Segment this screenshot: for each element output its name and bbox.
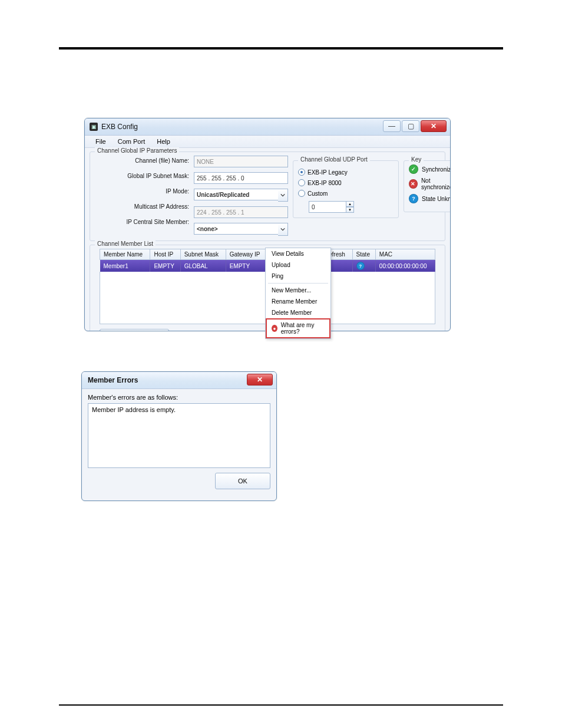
ctx-ping[interactable]: Ping [266, 271, 330, 282]
channel-name-field: NONE [194, 156, 288, 167]
udp-legend: Channel Global UDP Port [298, 156, 370, 163]
cell-host: EMPTY [150, 260, 180, 272]
close-button[interactable]: ✕ [421, 120, 447, 132]
col-gateway[interactable]: Gateway IP [226, 249, 267, 260]
custom-port-spinner[interactable]: 0 ▲▼ [309, 201, 394, 213]
x-icon [409, 179, 418, 189]
context-menu: View Details Upload Ping New Member... R… [265, 248, 331, 339]
label-multicast: Multicast IP Address: [95, 202, 189, 212]
col-host-ip[interactable]: Host IP [150, 249, 180, 260]
errors-subheading: Member's errors are as follows: [88, 394, 270, 401]
dialog-close-button[interactable]: ✕ [247, 374, 273, 386]
global-ip-legend: Channel Global IP Parameters [95, 147, 179, 154]
question-icon [409, 194, 418, 203]
menu-comport[interactable]: Com Port [112, 137, 151, 146]
menu-help[interactable]: Help [151, 137, 176, 146]
window-title: EXB Config [101, 123, 138, 131]
ctx-what-are-my-errors[interactable]: What are my errors? [266, 318, 330, 338]
radio-icon [298, 179, 305, 186]
menubar: File Com Port Help [85, 136, 450, 148]
key-nsync-label: Not synchronized [421, 177, 451, 190]
central-combo[interactable]: <none> [194, 223, 288, 236]
radio-icon [298, 169, 305, 176]
minimize-button[interactable]: — [383, 120, 401, 132]
maximize-button[interactable]: ▢ [402, 120, 419, 132]
member-errors-dialog: Member Errors ✕ Member's errors are as f… [81, 371, 277, 501]
subnet-field[interactable]: 255 . 255 . 255 . 0 [194, 172, 288, 184]
cell-mask: GLOBAL [180, 260, 226, 272]
central-value: <none> [194, 223, 278, 235]
ctx-view-details[interactable]: View Details [266, 248, 330, 259]
col-mac[interactable]: MAC [375, 249, 435, 260]
errors-listbox[interactable]: Member IP address is empty. [88, 403, 270, 468]
cell-mac: 00:00:00:00:00:00 [375, 260, 435, 272]
dialog-titlebar[interactable]: Member Errors ✕ [82, 372, 276, 389]
alert-icon [272, 325, 277, 332]
radio-8000[interactable]: EXB-IP 8000 [298, 177, 394, 188]
app-icon: ▣ [90, 123, 98, 131]
dialog-title: Member Errors [88, 376, 138, 384]
member-list-legend: Channel Member List [95, 241, 156, 247]
spin-down-icon[interactable]: ▼ [346, 207, 354, 213]
chevron-down-icon[interactable] [278, 189, 288, 202]
check-icon [409, 164, 418, 174]
radio-legacy-label: EXB-IP Legacy [308, 169, 348, 176]
chevron-down-icon[interactable] [278, 223, 288, 236]
col-subnet[interactable]: Subnet Mask [180, 249, 226, 260]
question-icon [356, 262, 365, 270]
ipmode-combo[interactable]: Unicast/Replicated [194, 189, 288, 202]
radio-icon [298, 190, 305, 197]
global-ip-group: Channel Global IP Parameters Channel (fi… [90, 151, 445, 241]
key-unk-label: State Unknown [422, 196, 451, 202]
radio-custom[interactable]: Custom [298, 188, 394, 199]
ctx-errors-label: What are my errors? [281, 322, 325, 335]
cell-gw: EMPTY [226, 260, 267, 272]
ctx-rename-member[interactable]: Rename Member [266, 296, 330, 307]
key-group: Key Synchronized Not synchronized State … [404, 160, 451, 212]
label-ipmode: IP Mode: [95, 186, 189, 197]
col-state[interactable]: State [352, 249, 375, 260]
spin-up-icon[interactable]: ▲ [346, 201, 354, 207]
ctx-upload[interactable]: Upload [266, 259, 330, 271]
multicast-field: 224 . 255 . 255 . 1 [194, 206, 288, 218]
radio-legacy[interactable]: EXB-IP Legacy [298, 167, 394, 177]
label-channel-name: Channel (file) Name: [95, 156, 189, 166]
custom-port-value[interactable]: 0 [309, 201, 346, 213]
key-sync-label: Synchronized [422, 166, 451, 173]
cell-state [352, 260, 375, 272]
ctx-delete-member[interactable]: Delete Member [266, 307, 330, 318]
label-subnet: Global IP Subnet Mask: [95, 171, 189, 182]
ok-button[interactable]: OK [215, 473, 270, 489]
col-member-name[interactable]: Member Name [100, 249, 150, 260]
key-legend: Key [409, 156, 424, 163]
ctx-new-member[interactable]: New Member... [266, 285, 330, 296]
ipmode-value: Unicast/Replicated [194, 189, 278, 200]
cell-mname: Member1 [100, 260, 150, 272]
add-member-button[interactable]: Add New Member [100, 329, 169, 331]
label-central: IP Central Site Member: [95, 217, 189, 228]
radio-8000-label: EXB-IP 8000 [308, 180, 342, 186]
menu-file[interactable]: File [90, 137, 112, 146]
error-line: Member IP address is empty. [92, 406, 266, 413]
radio-custom-label: Custom [308, 190, 328, 197]
titlebar[interactable]: ▣ EXB Config — ▢ ✕ [85, 118, 450, 136]
udp-port-group: Channel Global UDP Port EXB-IP Legacy EX… [293, 160, 399, 218]
